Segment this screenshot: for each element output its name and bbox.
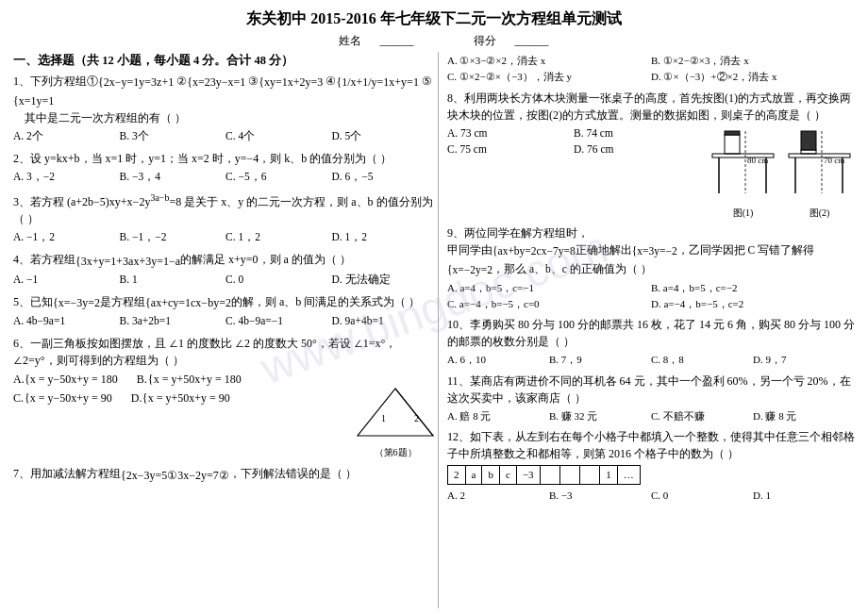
q8-fig2: 70 cm 图(2)	[784, 125, 855, 220]
q6-optD-label: D.	[131, 390, 142, 407]
question-12: 12、如下表，从左到右在每个小格子中都填入一个整数，使得其中任意三个相邻格子中所…	[447, 428, 855, 503]
q9-optB: B. a=4，b=5，c=−2	[651, 280, 855, 296]
svg-text:1: 1	[381, 413, 386, 423]
q3-optC: C. 1，2	[225, 229, 332, 245]
svg-text:80 cm: 80 cm	[747, 156, 768, 165]
q10-optB: B. 7，9	[549, 352, 651, 368]
q12-cell-6	[540, 466, 559, 485]
q4-optC: C. 0	[225, 272, 332, 288]
q9-detail: 甲同学由{ax+by=2cx−7y=8正确地解出{x=3y=−2，乙同学因把 C…	[447, 241, 855, 278]
q8-optC: C. 75 cm	[447, 141, 574, 158]
q4-optB: B. 1	[120, 272, 226, 288]
q4-options: A. −1 B. 1 C. 0 D. 无法确定	[13, 272, 438, 288]
q9-optA: A. a=4，b=5，c=−1	[447, 280, 651, 296]
question-3: 3、若方程 (a+2b−5)xy+x−2y3a−b=8 是关于 x、y 的二元一…	[13, 191, 438, 245]
q1-options: A. 2个 B. 3个 C. 4个 D. 5个	[13, 128, 438, 144]
q8-text: 8、利用两块长方体木块测量一张桌子的高度，首先按图(1)的方式放置，再交换两块木…	[447, 90, 855, 124]
q10-optD: D. 9，7	[753, 352, 855, 368]
question-6: 6、一副三角板按如图摆放，且 ∠1 的度数比 ∠2 的度数大 50°，若设 ∠1…	[13, 335, 438, 459]
q3-options: A. −1，2 B. −1，−2 C. 1，2 D. 1，2	[13, 229, 438, 245]
q8-fig2-label: 图(2)	[784, 206, 855, 220]
q6-optC-sys: {x = y−50x+y = 90	[25, 390, 112, 407]
q10-text: 10、李勇购买 80 分与 100 分的邮票共 16 枚，花了 14 元 6 角…	[447, 316, 855, 350]
q11-text: 11、某商店有两进价不同的耳机各 64 元，其中一个盈利 60%，另一个亏 20…	[447, 373, 855, 407]
svg-marker-0	[358, 389, 433, 436]
q3-optD: D. 1，2	[332, 229, 439, 245]
q6-options: A. {x = y−50x+y = 180 B. {x = y+50x+y = …	[13, 371, 334, 408]
q12-text: 12、如下表，从左到右在每个小格子中都填入一个整数，使得其中任意三个相邻格子中所…	[447, 428, 855, 462]
q9-optD: D. a=−4，b=−5，c=2	[651, 296, 855, 312]
q8-fig1: 80 cm 图(1)	[708, 125, 778, 220]
q11-optD: D. 赚 8 元	[753, 408, 855, 424]
column-divider	[438, 52, 439, 608]
q8-optD: D. 76 cm	[574, 141, 700, 158]
q5-optB: B. 3a+2b=1	[120, 313, 226, 329]
q1-optB: B. 3个	[120, 128, 226, 144]
q6-optA-sys: {x = y−50x+y = 180	[25, 371, 118, 388]
q5-text: 5、已知{x=−3y=2是方程组{ax+cy=1cx−by=2的解，则 a、b …	[13, 295, 420, 308]
q6-optB-sys: {x = y+50x+y = 180	[148, 371, 242, 388]
q6-text: 6、一副三角板按如图摆放，且 ∠1 的度数比 ∠2 的度数大 50°，若设 ∠1…	[13, 337, 396, 367]
q6-optD-sys: {x = y+50x+y = 90	[142, 390, 230, 407]
q4-text: 4、若方程组{3x+y=1+3ax+3y=1−a的解满足 x+y=0，则 a 的…	[13, 253, 351, 266]
question-9: 9、两位同学在解方程组时， 甲同学由{ax+by=2cx−7y=8正确地解出{x…	[447, 224, 855, 311]
q12-cell-2: a	[465, 466, 482, 485]
q10-optC: C. 8，8	[651, 352, 753, 368]
name-row: 姓名______ 得分______	[13, 33, 855, 49]
svg-rect-8	[725, 131, 740, 135]
left-column: 一、选择题（共 12 小题，每小题 4 分。合计 48 分） 1、下列方程组①{…	[13, 53, 438, 606]
q8-options: A. 73 cm B. 74 cm C. 75 cm D. 76 cm	[447, 125, 700, 158]
q10-optA: A. 6，10	[447, 352, 549, 368]
question-8: 8、利用两块长方体木块测量一张桌子的高度，首先按图(1)的方式放置，再交换两块木…	[447, 90, 855, 220]
q2-text: 2、设 y=kx+b，当 x=1 时，y=1；当 x=2 时，y=−4，则 k、…	[13, 152, 392, 165]
q1-optA: A. 2个	[13, 128, 120, 144]
q8-fig1-label: 图(1)	[708, 206, 778, 220]
q9-optC: C. a=−4，b=−5，c=0	[447, 296, 651, 312]
q11-options: A. 赔 8 元 B. 赚 32 元 C. 不赔不赚 D. 赚 8 元	[447, 408, 855, 424]
question-4: 4、若方程组{3x+y=1+3ax+3y=1−a的解满足 x+y=0，则 a 的…	[13, 251, 438, 288]
q5-options: A. 4b−9a=1 B. 3a+2b=1 C. 4b−9a=−1 D. 9a+…	[13, 313, 438, 329]
q8-optA: A. 73 cm	[447, 125, 574, 141]
q4-optD: D. 无法确定	[332, 272, 439, 288]
q12-cell-7	[559, 466, 579, 485]
q1-optD: D. 5个	[332, 128, 439, 144]
q8-figures: 80 cm 图(1)	[708, 125, 855, 220]
q12-table-wrapper: 2 a b c −3 1 …	[447, 465, 855, 485]
q12-options: A. 2 B. −3 C. 0 D. 1	[447, 488, 855, 504]
q12-optD: D. 1	[753, 488, 855, 504]
q2-optC: C. −5，6	[225, 169, 332, 185]
q6-optA-label: A.	[13, 371, 25, 388]
q5-optC: C. 4b−9a=−1	[225, 313, 332, 329]
q2-optA: A. 3，−2	[13, 169, 120, 185]
q12-cell-10: …	[617, 466, 640, 485]
svg-line-1	[395, 389, 433, 436]
q12-cell-8	[580, 466, 600, 485]
q2-options: A. 3，−2 B. −3，4 C. −5，6 D. 6，−5	[13, 169, 438, 185]
score-label: 得分______	[455, 33, 549, 49]
q7-optA: A. ①×3−②×2，消去 x	[447, 53, 651, 69]
q3-optA: A. −1，2	[13, 229, 120, 245]
q4-optA: A. −1	[13, 272, 120, 288]
right-column: A. ①×3−②×2，消去 x B. ①×2−②×3，消去 x C. ①×2−②…	[447, 53, 855, 606]
question-7: 7、用加减法解方程组{2x−3y=5①3x−2y=7②，下列解法错误的是（ ）	[13, 465, 438, 483]
question-1: 1、下列方程组①{2x−y=1y=3z+1 ②{x=23y−x=1 ③{xy=1…	[13, 73, 438, 144]
q7-options-right: A. ①×3−②×2，消去 x B. ①×2−②×3，消去 x C. ①×2−②…	[447, 53, 855, 84]
q7-optD: D. ①×（−3）+②×2，消去 x	[651, 69, 855, 85]
q11-optB: B. 赚 32 元	[549, 408, 651, 424]
q1-text: 1、下列方程组①{2x−y=1y=3z+1 ②{x=23y−x=1 ③{xy=1…	[13, 75, 432, 106]
question-2: 2、设 y=kx+b，当 x=1 时，y=1；当 x=2 时，y=−4，则 k、…	[13, 150, 438, 185]
q6-optC-label: C.	[13, 390, 25, 407]
page-title: 东关初中 2015-2016 年七年级下二元一次方程组单元测试	[13, 9, 855, 29]
svg-text:2: 2	[414, 413, 419, 423]
q6-figure: 1 2 （第6题）	[353, 374, 438, 459]
q8-optB: B. 74 cm	[574, 125, 700, 141]
q7-optB: B. ①×2−②×3，消去 x	[651, 53, 855, 69]
q12-cell-4: c	[499, 466, 516, 485]
q6-optB-label: B.	[137, 371, 148, 388]
q12-cell-5: −3	[516, 466, 540, 485]
question-5: 5、已知{x=−3y=2是方程组{ax+cy=1cx−by=2的解，则 a、b …	[13, 293, 438, 330]
q12-cell-3: b	[482, 466, 500, 485]
q11-optA: A. 赔 8 元	[447, 408, 549, 424]
q11-optC: C. 不赔不赚	[651, 408, 753, 424]
q12-cell-9: 1	[600, 466, 618, 485]
